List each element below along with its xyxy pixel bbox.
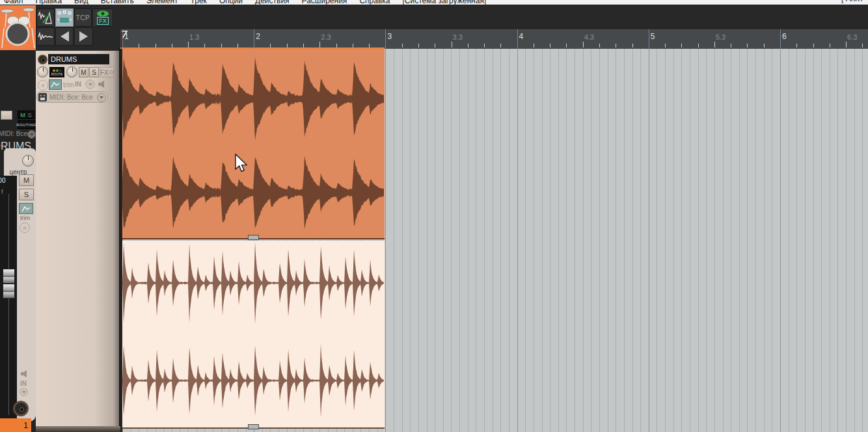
toolbar-fx-visibility-button[interactable]: FX [92, 8, 113, 27]
toolbar-next-button[interactable] [74, 27, 93, 46]
ruler-measure-line [385, 29, 386, 49]
midi-dropdown-button[interactable] [97, 93, 106, 102]
audio-item-drums[interactable] [122, 241, 385, 429]
menu-item-3[interactable]: Вставить [101, 0, 134, 5]
solo-button[interactable]: S [89, 67, 99, 77]
menu-item-2[interactable]: Вид [74, 0, 88, 5]
ruler-tick [435, 44, 435, 47]
fx-power-icon: ⏻ [109, 69, 113, 75]
mixer-input-dropdown[interactable] [20, 388, 28, 396]
waveform-display [122, 49, 385, 239]
toolbar-envelope-button[interactable] [55, 8, 74, 27]
ruler-beat-label: 6.3 [847, 33, 857, 41]
volume-knob[interactable] [37, 66, 48, 77]
input-label[interactable]: IN [75, 81, 81, 88]
track-number-badge[interactable]: 1 [0, 418, 31, 432]
envelope-points-icon [57, 10, 72, 25]
ruler-tick [484, 44, 485, 47]
chevron-down-icon [100, 96, 103, 99]
ruler-tick [764, 44, 765, 47]
track-control-panel: DRUMS ROUTE M S FX ⏻ ø trim IN [36, 51, 119, 426]
tcp-bottom-shadow [36, 426, 120, 432]
waveform-lane-0 [122, 57, 384, 141]
ruler-tick [139, 44, 139, 47]
menu-bar: ФайлПравкаВидВставитьЭлементТрекОпцииДей… [0, 0, 868, 5]
mixer-mute-solo-button[interactable]: M S [18, 111, 34, 119]
menu-item-4[interactable]: Элемент [146, 0, 178, 5]
mixer-phase-button[interactable]: ø [20, 223, 30, 233]
record-arm-button[interactable] [38, 55, 47, 64]
ruler-tick [303, 44, 304, 47]
ruler-tick [402, 44, 403, 47]
volume-fader-handle[interactable] [3, 269, 15, 284]
ruler-tick [319, 42, 320, 47]
chevron-down-icon [30, 133, 34, 136]
phase-button[interactable]: ø [38, 80, 48, 90]
mute-button[interactable]: M [79, 67, 88, 77]
waveform-lane-1 [122, 156, 384, 230]
mixer-volume-value: 0.00 [0, 177, 5, 184]
ruler-measure-label: 4 [519, 32, 524, 41]
ruler-tick [336, 44, 337, 47]
ruler-tick [698, 44, 699, 47]
item-resize-handle[interactable] [248, 235, 259, 240]
toolbar-prev-button[interactable] [55, 27, 74, 46]
ruler-tick [452, 42, 452, 47]
menu-item-8[interactable]: Расширения [302, 0, 347, 5]
mixer-solo-button[interactable]: S [19, 189, 34, 200]
mixer-monitor-speaker-icon[interactable] [20, 370, 30, 378]
grid-measure-line [780, 49, 781, 432]
item-resize-handle[interactable] [248, 424, 259, 429]
ruler-tick [468, 44, 468, 47]
mixer-midi-dropdown[interactable] [27, 130, 36, 139]
ruler-tick [287, 44, 288, 47]
menu-item-5[interactable]: Трек [191, 0, 207, 5]
monitor-speaker-icon[interactable] [97, 80, 105, 88]
mixer-input-label[interactable]: IN [20, 380, 27, 387]
arrange-view[interactable] [120, 49, 868, 432]
mixer-partial-button[interactable] [1, 111, 12, 120]
ruler-measure-line [649, 29, 649, 49]
mixer-routing-button[interactable]: ROUTING [18, 120, 35, 129]
track-name-field[interactable]: DRUMS [48, 54, 109, 64]
trim-envelope-button[interactable] [49, 79, 62, 90]
menu-items: ФайлПравкаВидВставитьЭлементТрекОпцииДей… [4, 0, 498, 5]
menu-item-7[interactable]: Действия [255, 0, 290, 5]
waveform-icon [38, 32, 53, 41]
toolbar-tcp-button[interactable]: TCP [74, 8, 92, 27]
mixer-ms-mute: M [20, 112, 25, 118]
ruler-tick [353, 44, 353, 47]
volume-fader-handle-2[interactable] [3, 284, 15, 299]
route-button[interactable]: ROUTE [49, 67, 64, 77]
pan-knob[interactable] [66, 66, 77, 77]
menu-item-6[interactable]: Опции [219, 0, 243, 5]
toolbar-metronome-button[interactable] [36, 8, 55, 27]
audio-item-drums-selected[interactable] [122, 49, 385, 239]
fx-button[interactable]: FX ⏻ [100, 67, 114, 77]
timeline-ruler[interactable]: 1234561.32.33.34.35.36.3 [120, 29, 868, 49]
mixer-pan-knob[interactable] [22, 155, 34, 167]
menu-item-9[interactable]: Справка [359, 0, 390, 5]
grid-measure-line [385, 49, 386, 432]
ruler-tick [156, 44, 156, 47]
menu-item-1[interactable]: Правка [36, 0, 62, 5]
mixer-trim-envelope-button[interactable] [19, 203, 33, 214]
mixer-mute-button[interactable]: M [19, 174, 34, 186]
midi-routing-label: MIDI: Все: Все [49, 94, 93, 101]
ruler-beat-label: 3.3 [453, 33, 463, 41]
fx-label: FX [100, 69, 109, 76]
mixer-fader-scale-label: f [1, 189, 3, 195]
ruler-tick [418, 44, 419, 47]
midi-routing-pill[interactable]: MIDI: Все: Все [36, 91, 108, 103]
ruler-tick [204, 44, 205, 47]
waveform-lane-1 [122, 344, 384, 418]
envelope-mountain-icon [21, 206, 31, 212]
waveform-display [122, 241, 385, 429]
ruler-tick [599, 44, 600, 47]
ruler-tick [862, 44, 863, 47]
input-dropdown-button[interactable] [85, 79, 95, 89]
toolbar-waveform-button[interactable] [36, 27, 55, 46]
menu-item-0[interactable]: Файл [4, 0, 23, 5]
eye-icon [96, 10, 109, 17]
menu-item-10[interactable]: [Система загруженная] [402, 0, 486, 5]
